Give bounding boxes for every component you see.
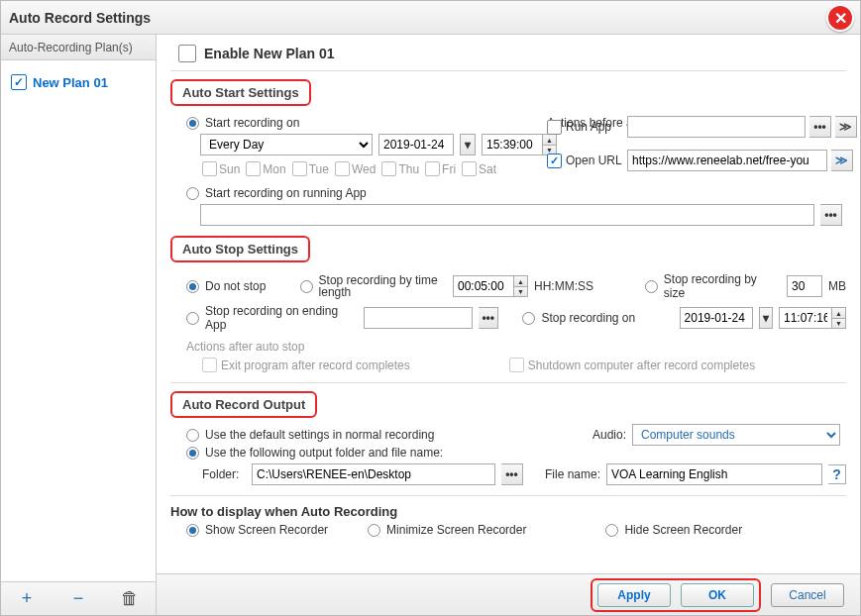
start-time-spinner[interactable]: ▲▼ (482, 134, 557, 155)
folder-browse-icon[interactable]: ••• (501, 463, 523, 485)
frequency-select[interactable]: Every Day (200, 134, 373, 155)
section-how-to-display: How to display when Auto Recording (170, 504, 846, 519)
label-stop-size: Stop recording by size (664, 272, 781, 300)
radio-stop-size[interactable] (645, 280, 658, 293)
spin-up-icon[interactable]: ▲ (514, 275, 528, 286)
start-date-input[interactable] (378, 134, 454, 155)
day-tue-checkbox[interactable] (292, 161, 307, 176)
day-sun-checkbox[interactable] (202, 161, 217, 176)
running-app-input[interactable] (200, 204, 814, 226)
spin-up-icon[interactable]: ▲ (832, 307, 846, 318)
section-auto-output: Auto Record Output (170, 391, 317, 418)
date-dropdown-icon[interactable]: ▾ (460, 134, 476, 155)
label-do-not-stop: Do not stop (205, 279, 294, 293)
radio-start-on[interactable] (186, 117, 199, 130)
radio-start-on-app[interactable] (186, 187, 199, 200)
open-url-go-icon[interactable]: ≫ (831, 150, 853, 171)
section-auto-stop: Auto Stop Settings (170, 236, 310, 262)
label-stop-on: Stop recording on (541, 311, 673, 325)
stop-size-input[interactable] (787, 275, 822, 297)
label-folder: Folder: (202, 467, 246, 481)
day-thu-checkbox[interactable] (381, 161, 396, 176)
run-app-go-icon[interactable]: ≫ (835, 116, 857, 138)
cancel-button[interactable]: Cancel (771, 583, 844, 607)
run-app-checkbox[interactable] (547, 120, 562, 135)
radio-output-custom[interactable] (186, 447, 199, 460)
plan-list: ✓ New Plan 01 (1, 60, 156, 581)
window-title: Auto Record Settings (9, 10, 151, 26)
footer-highlight-group: Apply OK (591, 578, 761, 612)
label-stop-endapp: Stop recording on ending App (205, 304, 358, 332)
stop-endapp-input[interactable] (364, 307, 473, 329)
folder-input[interactable] (252, 463, 495, 485)
label-shutdown: Shutdown computer after record completes (528, 359, 755, 372)
apply-button[interactable]: Apply (597, 583, 671, 607)
filename-help-icon[interactable]: ? (828, 464, 846, 484)
close-icon[interactable]: ✕ (826, 4, 854, 32)
delete-plan-icon[interactable]: 🗑 (119, 588, 141, 610)
label-hide-recorder: Hide Screen Recorder (624, 523, 742, 537)
label-output-default: Use the default settings in normal recor… (205, 428, 434, 442)
day-wed-checkbox[interactable] (335, 161, 350, 176)
filename-input[interactable] (606, 463, 822, 485)
plan-label: New Plan 01 (33, 75, 108, 90)
stop-time-input[interactable] (453, 275, 514, 297)
spin-down-icon[interactable]: ▼ (514, 286, 528, 297)
radio-hide-recorder[interactable] (605, 524, 618, 537)
run-app-browse-icon[interactable]: ••• (809, 116, 831, 138)
day-fri-checkbox[interactable] (425, 161, 440, 176)
radio-minimize-recorder[interactable] (368, 524, 380, 537)
stop-on-time-input[interactable] (779, 307, 832, 329)
start-time-input[interactable] (482, 134, 543, 155)
remove-plan-icon[interactable]: − (67, 588, 89, 610)
plan-item-new-plan-01[interactable]: ✓ New Plan 01 (1, 70, 156, 94)
add-plan-icon[interactable]: + (16, 588, 38, 610)
label-hhmmss: HH:MM:SS (534, 279, 593, 293)
radio-stop-endapp[interactable] (186, 312, 199, 325)
day-sat-checkbox[interactable] (462, 161, 477, 176)
label-stop-time: Stop recording by time length (319, 274, 447, 298)
radio-do-not-stop[interactable] (186, 280, 199, 293)
radio-output-default[interactable] (186, 429, 199, 442)
label-audio: Audio: (592, 428, 626, 442)
stop-date-dropdown-icon[interactable]: ▾ (759, 307, 773, 329)
label-minimize-recorder: Minimize Screen Recorder (386, 523, 526, 537)
run-app-input[interactable] (627, 116, 806, 138)
label-show-recorder: Show Screen Recorder (205, 523, 328, 537)
open-url-checkbox[interactable] (547, 154, 562, 168)
enable-plan-label: Enable New Plan 01 (204, 46, 335, 61)
ok-button[interactable]: OK (681, 583, 754, 607)
day-mon-checkbox[interactable] (246, 161, 261, 176)
stop-time-spinner[interactable]: ▲▼ (453, 275, 528, 297)
running-app-browse-icon[interactable]: ••• (820, 204, 842, 226)
shutdown-checkbox[interactable] (509, 358, 524, 372)
label-actions-after-stop: Actions after auto stop (186, 340, 846, 354)
audio-select[interactable]: Computer sounds (632, 424, 840, 446)
open-url-input[interactable] (627, 150, 827, 171)
radio-stop-time[interactable] (300, 280, 313, 293)
spin-down-icon[interactable]: ▼ (832, 318, 846, 329)
open-url-label: Open URL (566, 154, 623, 167)
label-start-on-app: Start recording on running App (205, 186, 367, 200)
exit-program-checkbox[interactable] (202, 358, 217, 372)
sidebar: Auto-Recording Plan(s) ✓ New Plan 01 + −… (1, 35, 157, 615)
label-filename: File name: (545, 467, 600, 481)
enable-plan-checkbox[interactable] (178, 45, 196, 62)
label-mb: MB (828, 279, 846, 293)
label-output-custom: Use the following output folder and file… (205, 446, 443, 460)
stop-on-date-input[interactable] (680, 307, 753, 329)
sidebar-header: Auto-Recording Plan(s) (1, 35, 156, 60)
label-start-on: Start recording on (205, 116, 299, 130)
radio-show-recorder[interactable] (186, 524, 199, 537)
run-app-label: Run App (566, 120, 623, 134)
radio-stop-on[interactable] (522, 312, 535, 325)
stop-on-time-spinner[interactable]: ▲▼ (779, 307, 846, 329)
label-exit-program: Exit program after record completes (221, 359, 410, 372)
plan-checkbox-icon[interactable]: ✓ (11, 74, 27, 90)
section-auto-start: Auto Start Settings (170, 79, 311, 106)
stop-endapp-browse-icon[interactable]: ••• (479, 307, 498, 329)
